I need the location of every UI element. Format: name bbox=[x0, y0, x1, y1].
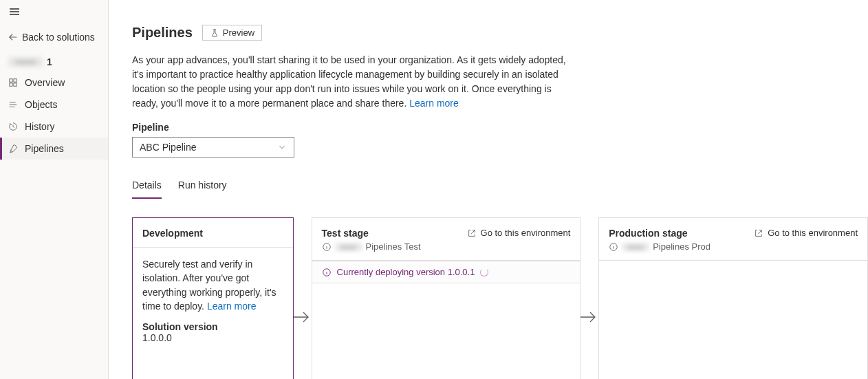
solution-name: xxxxx 1 bbox=[0, 52, 108, 72]
nav-item-label: Overview bbox=[25, 77, 65, 88]
nav-objects[interactable]: Objects bbox=[0, 94, 108, 116]
info-icon bbox=[609, 242, 618, 252]
rocket-icon bbox=[8, 144, 18, 153]
page-title: Pipelines bbox=[132, 25, 193, 41]
main-content: Pipelines Preview As your app advances, … bbox=[109, 0, 868, 379]
env-name-blurred: xxxx bbox=[336, 243, 362, 251]
chevron-down-icon bbox=[277, 142, 287, 152]
history-icon bbox=[8, 122, 18, 131]
solution-version-value: 1.0.0.0 bbox=[142, 332, 283, 343]
goto-env-label: Go to this environment bbox=[481, 228, 571, 238]
pipeline-select[interactable]: ABC Pipeline bbox=[132, 137, 294, 158]
arrow-left-icon bbox=[8, 32, 18, 42]
sidebar: Back to solutions xxxxx 1 Overview Objec… bbox=[0, 0, 109, 379]
env-name: Pipelines Test bbox=[366, 241, 421, 252]
open-icon bbox=[754, 228, 763, 238]
nav-pipelines[interactable]: Pipelines bbox=[0, 138, 108, 160]
stage-card-test: Test stage xxxx Pipelines Test Go to thi… bbox=[312, 217, 581, 379]
back-label: Back to solutions bbox=[22, 32, 95, 43]
goto-env-label: Go to this environment bbox=[768, 228, 858, 238]
svg-rect-1 bbox=[14, 79, 17, 82]
stages: Development Securely test and verify in … bbox=[132, 217, 868, 379]
learn-more-link[interactable]: Learn more bbox=[409, 98, 459, 109]
tab-run-history[interactable]: Run history bbox=[178, 177, 227, 199]
deployment-status: Currently deploying version 1.0.0.1 bbox=[312, 261, 581, 283]
back-to-solutions[interactable]: Back to solutions bbox=[0, 23, 108, 52]
goto-test-environment[interactable]: Go to this environment bbox=[467, 228, 571, 238]
info-icon bbox=[322, 268, 332, 277]
stage-dev-learn-more[interactable]: Learn more bbox=[207, 301, 257, 312]
solution-name-blurred: xxxxx bbox=[8, 57, 43, 67]
stage-prod-title: Production stage bbox=[609, 228, 710, 239]
solution-name-suffix: 1 bbox=[47, 56, 52, 67]
svg-rect-0 bbox=[10, 79, 12, 82]
grid-icon bbox=[8, 78, 18, 87]
env-name: Pipelines Prod bbox=[653, 241, 710, 252]
menu-toggle[interactable] bbox=[0, 0, 108, 23]
tab-details[interactable]: Details bbox=[132, 177, 162, 199]
nav-item-label: Pipelines bbox=[25, 143, 64, 154]
tree-icon bbox=[8, 100, 18, 109]
solution-version-label: Solution version bbox=[142, 321, 283, 332]
svg-rect-2 bbox=[10, 83, 12, 86]
beaker-icon bbox=[210, 28, 219, 38]
preview-badge[interactable]: Preview bbox=[202, 25, 262, 41]
pipeline-field-label: Pipeline bbox=[132, 122, 868, 133]
stage-arrow bbox=[581, 217, 598, 379]
description: As your app advances, you'll start shari… bbox=[132, 53, 572, 111]
stage-card-production: Production stage xxxx Pipelines Prod Go … bbox=[598, 217, 868, 379]
pipeline-select-value: ABC Pipeline bbox=[140, 142, 197, 153]
spinner-icon bbox=[480, 268, 488, 277]
open-icon bbox=[467, 228, 477, 238]
stage-test-title: Test stage bbox=[322, 228, 421, 239]
stage-arrow bbox=[294, 217, 312, 379]
tabs: Details Run history bbox=[132, 177, 868, 199]
env-name-blurred: xxxx bbox=[622, 243, 649, 251]
stage-card-development: Development Securely test and verify in … bbox=[132, 217, 294, 379]
nav-item-label: History bbox=[25, 121, 55, 132]
nav-overview[interactable]: Overview bbox=[0, 72, 108, 94]
info-icon bbox=[322, 242, 332, 252]
nav-history[interactable]: History bbox=[0, 116, 108, 138]
svg-rect-3 bbox=[14, 83, 17, 86]
goto-prod-environment[interactable]: Go to this environment bbox=[754, 228, 858, 238]
stage-development-title: Development bbox=[142, 228, 283, 239]
description-text: As your app advances, you'll start shari… bbox=[132, 54, 566, 109]
nav-item-label: Objects bbox=[25, 99, 57, 110]
deployment-status-text: Currently deploying version 1.0.0.1 bbox=[337, 267, 475, 277]
preview-label: Preview bbox=[223, 28, 254, 38]
